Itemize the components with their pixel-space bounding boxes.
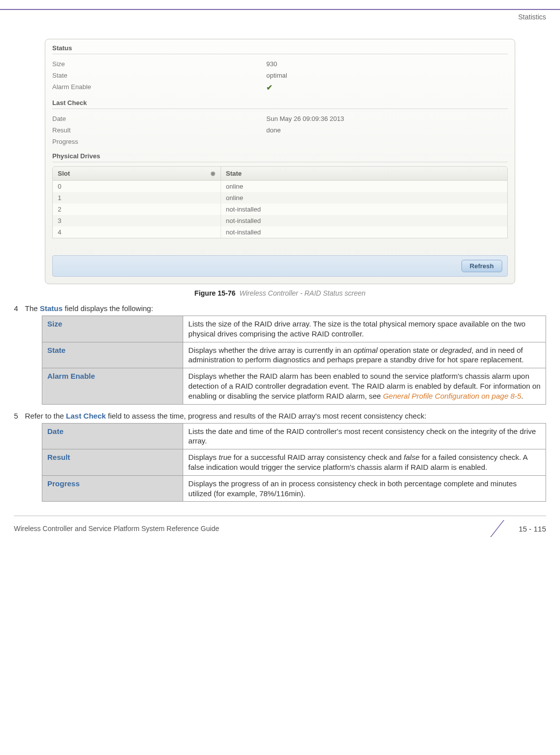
- drives-grid-header: Slot ◉ State: [52, 166, 508, 181]
- status-keyword: Status: [40, 304, 63, 313]
- status-fieldset: Status Size 930 State optimal Alarm Enab…: [52, 44, 508, 94]
- desc-state-mid: operation state or: [378, 346, 440, 354]
- drives-fieldset: Physical Drives Slot ◉ State 0 online 1 …: [52, 152, 508, 238]
- desc-alarm: Displays whether the RAID alarm has been…: [183, 368, 546, 404]
- desc-progress: Displays the progress of an in process c…: [183, 475, 546, 502]
- term-size: Size: [42, 316, 183, 342]
- desc-alarm-post: .: [521, 392, 523, 400]
- lastcheck-keyword: Last Check: [66, 412, 106, 420]
- lastcheck-date-value: Sun May 26 09:09:36 2013: [266, 115, 508, 122]
- figure-caption: Figure 15-76 Wireless Controller - RAID …: [0, 289, 560, 297]
- drive-state: not-installed: [221, 204, 507, 215]
- table-row: 3 not-installed: [53, 215, 507, 226]
- refresh-button[interactable]: Refresh: [461, 260, 502, 272]
- status-size-label: Size: [52, 60, 266, 68]
- lastcheck-definition-table: Date Lists the date and time of the RAID…: [42, 423, 546, 502]
- desc-result-mid: for a successful RAID array consistency …: [231, 453, 404, 461]
- step-number: 5: [14, 412, 25, 420]
- status-legend: Status: [52, 44, 508, 54]
- table-row: 2 not-installed: [53, 204, 507, 215]
- page-decoration-icon: [494, 521, 514, 536]
- table-row: 0 online: [53, 181, 507, 192]
- footer: Wireless Controller and Service Platform…: [14, 521, 546, 536]
- desc-result: Displays true for a successful RAID arra…: [183, 449, 546, 476]
- screenshot-panel: Status Size 930 State optimal Alarm Enab…: [45, 39, 515, 284]
- term-progress: Progress: [42, 475, 183, 502]
- status-state-label: State: [52, 72, 266, 79]
- desc-result-em1: true: [219, 453, 231, 461]
- status-state-value: optimal: [266, 72, 508, 79]
- drive-slot: 0: [53, 181, 221, 192]
- lastcheck-date-label: Date: [52, 115, 266, 122]
- drive-state: online: [221, 181, 507, 192]
- step-4: 4 The Status field displays the followin…: [14, 304, 546, 313]
- footer-rule: [14, 516, 546, 516]
- drive-slot: 1: [53, 192, 221, 204]
- term-date: Date: [42, 423, 183, 449]
- drives-col-state[interactable]: State: [221, 167, 507, 180]
- term-state: State: [42, 342, 183, 368]
- status-size-value: 930: [266, 60, 508, 68]
- section-header: Statistics: [0, 10, 560, 30]
- table-row: 1 online: [53, 192, 507, 204]
- desc-result-pre: Displays: [188, 453, 219, 461]
- drives-col-state-label: State: [226, 170, 242, 177]
- table-row: 4 not-installed: [53, 226, 507, 238]
- drive-state: online: [221, 192, 507, 204]
- term-result: Result: [42, 449, 183, 476]
- figure-title: Wireless Controller - RAID Status screen: [239, 289, 366, 297]
- checkmark-icon: ✔: [266, 83, 273, 92]
- step4-intro-pre: The: [25, 304, 40, 313]
- figure-number: Figure 15-76: [195, 289, 235, 297]
- status-alarm-value: ✔: [266, 83, 508, 92]
- cross-reference-link[interactable]: General Profile Configuration on page 8-…: [383, 392, 521, 400]
- term-alarm: Alarm Enable: [42, 368, 183, 404]
- drive-slot: 4: [53, 226, 221, 238]
- page-number: 15 - 115: [519, 525, 546, 533]
- lastcheck-fieldset: Last Check Date Sun May 26 09:09:36 2013…: [52, 99, 508, 147]
- step-5: 5 Refer to the Last Check field to asses…: [14, 412, 546, 420]
- lastcheck-progress-label: Progress: [52, 138, 266, 145]
- drives-legend: Physical Drives: [52, 152, 508, 162]
- drives-col-slot[interactable]: Slot ◉: [53, 167, 221, 180]
- lastcheck-legend: Last Check: [52, 99, 508, 109]
- desc-state-em1: optimal: [353, 346, 377, 354]
- desc-state-em2: degraded: [440, 346, 471, 354]
- desc-state-pre: Displays whether the drive array is curr…: [188, 346, 353, 354]
- drives-col-slot-label: Slot: [58, 170, 70, 177]
- lastcheck-progress-value: [266, 138, 508, 145]
- desc-result-em2: false: [404, 453, 420, 461]
- step5-intro-pre: Refer to the: [25, 412, 66, 420]
- lastcheck-result-label: Result: [52, 126, 266, 134]
- drive-slot: 3: [53, 215, 221, 226]
- drive-state: not-installed: [221, 226, 507, 238]
- doc-title: Wireless Controller and Service Platform…: [14, 525, 219, 533]
- desc-date: Lists the date and time of the RAID cont…: [183, 423, 546, 449]
- lastcheck-result-value: done: [266, 126, 508, 134]
- step4-intro-post: field displays the following:: [63, 304, 153, 313]
- drive-slot: 2: [53, 204, 221, 215]
- status-alarm-label: Alarm Enable: [52, 83, 266, 92]
- step5-intro-post: field to assess the time, progress and r…: [106, 412, 427, 420]
- status-definition-table: Size Lists the size of the RAID drive ar…: [42, 316, 546, 405]
- sort-icon: ◉: [211, 170, 216, 177]
- desc-size: Lists the size of the RAID drive array. …: [183, 316, 546, 342]
- toolbar: Refresh: [52, 255, 508, 277]
- drives-grid-body: 0 online 1 online 2 not-installed 3 not-…: [52, 181, 508, 238]
- step-number: 4: [14, 304, 25, 313]
- desc-state: Displays whether the drive array is curr…: [183, 342, 546, 368]
- drive-state: not-installed: [221, 215, 507, 226]
